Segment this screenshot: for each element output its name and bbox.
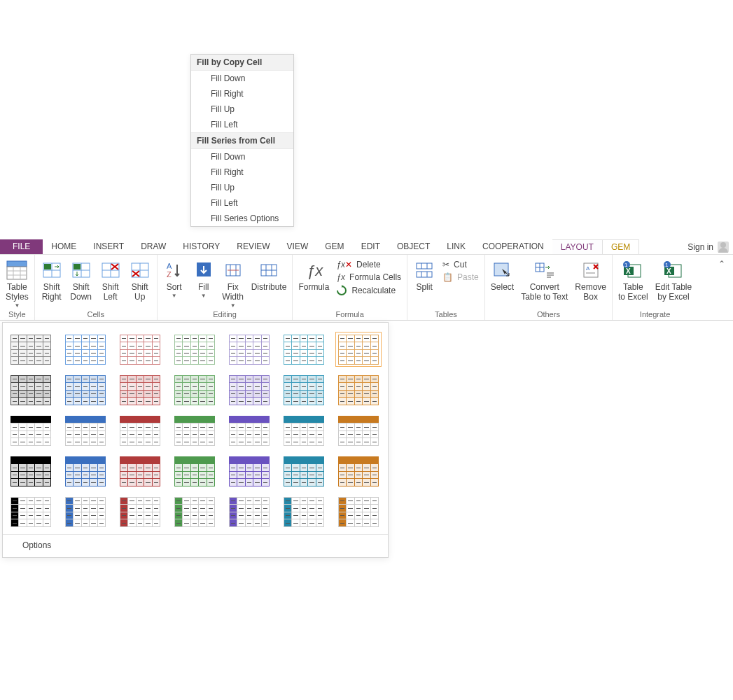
split-button[interactable]: Split bbox=[410, 258, 438, 293]
table-style-swatch[interactable] bbox=[119, 374, 161, 405]
ribbon-tabbar: FILE HOME INSERT DRAW HISTORY REVIEW VIE… bbox=[0, 239, 733, 255]
paste-button[interactable]: 📋 Paste bbox=[440, 272, 482, 283]
table-styles-button[interactable]: Table Styles ▼ bbox=[3, 258, 32, 309]
table-style-swatch[interactable] bbox=[174, 415, 216, 446]
cut-button[interactable]: ✂ Cut bbox=[440, 259, 482, 270]
edit-by-excel-button[interactable]: X1 Edit Table by Excel bbox=[652, 258, 694, 302]
fill-header-series: Fill Series from Cell bbox=[191, 132, 293, 149]
recalculate[interactable]: Recalculate bbox=[333, 284, 404, 297]
tab-object[interactable]: OBJECT bbox=[389, 239, 438, 254]
table-style-swatch[interactable] bbox=[10, 415, 52, 446]
shift-up-button[interactable]: Shift Up bbox=[126, 258, 154, 302]
tab-view[interactable]: VIEW bbox=[279, 239, 317, 254]
table-style-swatch[interactable] bbox=[10, 374, 52, 405]
table-style-swatch[interactable] bbox=[64, 374, 106, 405]
fill-icon bbox=[193, 259, 215, 281]
formula-cells[interactable]: ƒx Formula Cells bbox=[333, 272, 404, 283]
signin[interactable]: Sign in bbox=[687, 239, 733, 254]
table-style-swatch[interactable] bbox=[337, 415, 379, 446]
tab-gem[interactable]: GEM bbox=[316, 239, 352, 254]
group-cells-label: Cells bbox=[35, 309, 157, 320]
table-style-swatch[interactable] bbox=[64, 334, 106, 365]
table-style-swatch[interactable] bbox=[64, 415, 106, 446]
table-style-swatch[interactable] bbox=[64, 456, 106, 486]
table-style-swatch[interactable] bbox=[119, 334, 161, 365]
fill-series-left[interactable]: Fill Left bbox=[191, 195, 293, 211]
fill-down[interactable]: Fill Down bbox=[191, 71, 293, 86]
select-button[interactable]: Select bbox=[488, 258, 517, 293]
table-style-swatch[interactable] bbox=[228, 334, 270, 365]
svg-rect-13 bbox=[74, 264, 81, 270]
table-style-swatch[interactable] bbox=[283, 496, 325, 527]
fix-width-button[interactable]: Fix Width ▼ bbox=[219, 258, 247, 309]
svg-text:X: X bbox=[666, 267, 671, 275]
tab-review[interactable]: REVIEW bbox=[228, 239, 278, 254]
shift-left-icon bbox=[99, 259, 122, 281]
shift-down-button[interactable]: Shift Down bbox=[67, 258, 95, 302]
tab-draw[interactable]: DRAW bbox=[132, 239, 174, 254]
table-style-swatch[interactable] bbox=[283, 374, 325, 405]
convert-icon bbox=[533, 259, 556, 281]
formula-delete[interactable]: ƒx✕ Delete bbox=[333, 259, 404, 270]
sort-button[interactable]: AZ Sort ▼ bbox=[160, 258, 188, 299]
table-style-swatch[interactable] bbox=[228, 456, 270, 486]
table-styles-icon bbox=[6, 259, 28, 281]
shift-down-icon bbox=[70, 259, 92, 281]
table-style-swatch[interactable] bbox=[174, 334, 216, 365]
table-style-swatch[interactable] bbox=[174, 496, 216, 527]
table-style-swatch[interactable] bbox=[228, 415, 270, 446]
svg-text:1: 1 bbox=[624, 262, 628, 268]
table-style-swatch[interactable] bbox=[119, 456, 161, 486]
table-style-swatch[interactable] bbox=[119, 415, 161, 446]
group-tables: Split ✂ Cut 📋 Paste Tables bbox=[407, 255, 485, 320]
gallery-options[interactable]: Options bbox=[3, 534, 388, 557]
tab-home[interactable]: HOME bbox=[43, 239, 85, 254]
table-to-excel-button[interactable]: X1 Table to Excel bbox=[615, 258, 651, 302]
select-label: Select bbox=[491, 283, 514, 293]
table-style-swatch[interactable] bbox=[119, 496, 161, 527]
tab-edit[interactable]: EDIT bbox=[353, 239, 389, 254]
table-style-swatch[interactable] bbox=[337, 334, 379, 365]
distribute-button[interactable]: Distribute bbox=[249, 258, 290, 293]
tab-cooperation[interactable]: COOPERATION bbox=[474, 239, 552, 254]
table-style-swatch[interactable] bbox=[174, 456, 216, 486]
convert-button[interactable]: Convert Table to Text bbox=[518, 258, 571, 302]
table-style-swatch[interactable] bbox=[283, 456, 325, 486]
collapse-ribbon-icon[interactable]: ⌃ bbox=[716, 258, 727, 269]
shift-left-button[interactable]: Shift Left bbox=[97, 258, 125, 302]
svg-text:X: X bbox=[626, 267, 631, 275]
table-style-swatch[interactable] bbox=[337, 374, 379, 405]
shift-right-button[interactable]: Shift Right bbox=[38, 258, 66, 302]
remove-box-button[interactable]: A Remove Box bbox=[572, 258, 609, 302]
table-style-swatch[interactable] bbox=[10, 456, 52, 486]
table-style-swatch[interactable] bbox=[283, 334, 325, 365]
group-others-label: Others bbox=[485, 309, 612, 320]
fill-button[interactable]: Fill ▼ bbox=[190, 258, 218, 299]
table-style-swatch[interactable] bbox=[228, 374, 270, 405]
table-style-swatch[interactable] bbox=[337, 456, 379, 486]
tab-gem-active[interactable]: GEM bbox=[602, 239, 639, 254]
table-style-swatch[interactable] bbox=[64, 496, 106, 527]
table-style-swatch[interactable] bbox=[10, 496, 52, 527]
fill-dropdown-menu: Fill by Copy Cell Fill Down Fill Right F… bbox=[190, 54, 294, 227]
fill-series-up[interactable]: Fill Up bbox=[191, 180, 293, 195]
fill-right[interactable]: Fill Right bbox=[191, 86, 293, 102]
fill-up[interactable]: Fill Up bbox=[191, 102, 293, 117]
fill-series-down[interactable]: Fill Down bbox=[191, 149, 293, 164]
fill-series-options[interactable]: Fill Series Options bbox=[191, 211, 293, 226]
table-style-swatch[interactable] bbox=[10, 334, 52, 365]
table-style-swatch[interactable] bbox=[174, 374, 216, 405]
fill-series-right[interactable]: Fill Right bbox=[191, 164, 293, 180]
tab-history[interactable]: HISTORY bbox=[174, 239, 228, 254]
formula-button[interactable]: ƒx Formula bbox=[295, 258, 332, 293]
fill-header-copy: Fill by Copy Cell bbox=[191, 55, 293, 71]
tab-layout[interactable]: LAYOUT bbox=[552, 239, 602, 254]
fill-left[interactable]: Fill Left bbox=[191, 117, 293, 132]
tab-file[interactable]: FILE bbox=[0, 239, 43, 254]
table-style-swatch[interactable] bbox=[228, 496, 270, 527]
group-others: Select Convert Table to Text A Remove Bo… bbox=[485, 255, 613, 320]
tab-insert[interactable]: INSERT bbox=[85, 239, 132, 254]
tab-link[interactable]: LINK bbox=[438, 239, 474, 254]
table-style-swatch[interactable] bbox=[283, 415, 325, 446]
table-style-swatch[interactable] bbox=[337, 496, 379, 527]
